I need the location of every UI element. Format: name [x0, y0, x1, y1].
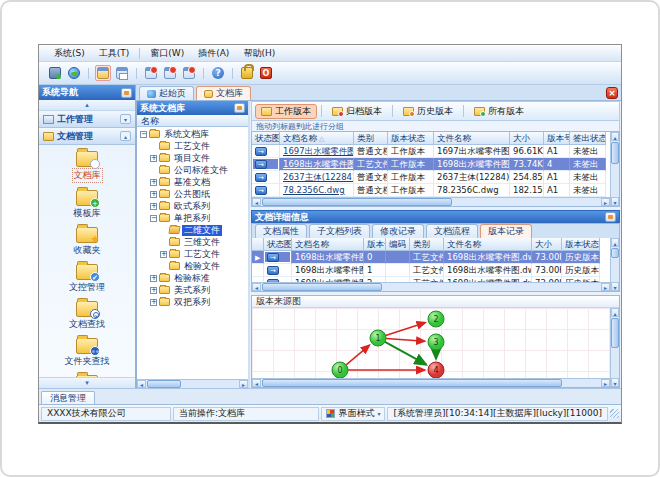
menu-item-plugins[interactable]: 插件(A) [191, 46, 236, 61]
desktop-view-button[interactable] [47, 65, 63, 81]
tree-item[interactable]: 检验文件 [137, 260, 248, 272]
tree-item[interactable]: +工艺文件 [137, 248, 248, 260]
ui-style-selector[interactable]: 界面样式 ▾ [321, 407, 385, 421]
scrollbar-thumb[interactable] [262, 198, 452, 206]
lock-button[interactable] [239, 65, 255, 81]
tree-item[interactable]: +检验标准 [137, 272, 248, 284]
grid-row[interactable]: →1697出水嘴零件图.dwg普通文档工作版本1697出水嘴零件图.dwg96.… [252, 145, 610, 158]
scroll-down-icon[interactable]: ▾ [611, 197, 619, 206]
sidebar-item-doc-control[interactable]: ✔文控管理 [69, 264, 105, 294]
scroll-right-icon[interactable]: ▸ [601, 198, 610, 206]
column-header[interactable]: 大小 [532, 238, 562, 251]
sidebar-item-favorites[interactable]: ★收藏夹 [74, 227, 101, 257]
version-graph-canvas[interactable]: 01234 ◂ ▸ [252, 308, 610, 387]
scrollbar-thumb[interactable] [611, 142, 619, 164]
document-link[interactable]: 78.2356C.dwg [280, 184, 354, 197]
scrollbar-thumb[interactable] [147, 380, 181, 388]
scrollbar-thumb[interactable] [611, 248, 619, 258]
resize-grip[interactable] [610, 409, 619, 418]
tab-doc-properties[interactable]: 文档属性 [255, 224, 307, 238]
expand-icon[interactable]: + [150, 203, 157, 210]
document-link[interactable]: 2637主体(12284).dwg [280, 171, 354, 184]
document-link[interactable]: 1697出水嘴零件图.dwg [280, 145, 354, 158]
close-all-windows-button[interactable] [162, 65, 178, 81]
all-versions-button[interactable]: 所有版本 [468, 104, 530, 119]
windows-cascade-button[interactable] [114, 65, 130, 81]
window-folder-button[interactable] [95, 65, 111, 81]
grid-row[interactable]: →2637主体(12284).dwg普通文档工作版本2637主体(12284).… [252, 171, 610, 184]
menu-item-help[interactable]: 帮助(H) [236, 46, 282, 61]
sidebar-scroll-down-button[interactable]: ▾ [39, 377, 135, 388]
exit-button[interactable]: O [258, 65, 274, 81]
tree-column-header[interactable]: 名称 [137, 115, 248, 127]
column-header[interactable]: 状态图 [252, 132, 280, 145]
tree-item[interactable]: 工艺文件 [137, 140, 248, 152]
tab-child-doc-list[interactable]: 子文档列表 [309, 224, 370, 238]
scroll-left-icon[interactable]: ◂ [252, 283, 261, 291]
column-header[interactable]: 文件名称 [434, 132, 510, 145]
sidebar-scroll-up-button[interactable]: ▴ [39, 100, 135, 111]
column-header[interactable]: 文档名称 [292, 238, 364, 251]
grid-row[interactable]: →1698出水嘴零件图.dwg工艺文件工作版本1698出水嘴零件图.dwg73.… [252, 158, 610, 171]
collapse-icon[interactable]: − [140, 131, 147, 138]
web-button[interactable] [66, 65, 82, 81]
tab-doc-library[interactable]: 文档库 [196, 86, 251, 100]
column-header[interactable]: 版本号 [544, 132, 570, 145]
column-header[interactable]: 文件名称 [444, 238, 532, 251]
scrollbar-thumb[interactable] [262, 283, 382, 291]
chevron-up-icon[interactable]: ▴ [120, 131, 131, 141]
scroll-left-icon[interactable]: ◂ [252, 198, 261, 206]
tab-doc-flow[interactable]: 文档流程 [426, 224, 478, 238]
tree-item[interactable]: +美式系列 [137, 284, 248, 296]
close-tab-icon[interactable]: × [606, 87, 618, 99]
tree-item[interactable]: +欧式系列 [137, 200, 248, 212]
tab-version-records[interactable]: 版本记录 [480, 224, 532, 238]
version-node-3[interactable]: 3 [428, 334, 444, 350]
group-by-zone[interactable]: 拖动列标题到此进行分组 [251, 120, 620, 132]
column-header[interactable]: 编码 [386, 238, 410, 251]
expand-icon[interactable]: + [150, 287, 157, 294]
help-button[interactable]: ? [210, 65, 226, 81]
scroll-left-icon[interactable]: ◂ [137, 380, 146, 388]
chevron-down-icon[interactable]: ▾ [120, 114, 131, 124]
expand-icon[interactable]: + [150, 179, 157, 186]
document-link[interactable]: 1698出水嘴零件图.dwg [280, 158, 354, 171]
column-header[interactable]: 类别 [410, 238, 444, 251]
sidebar-item-template-library[interactable]: +模板库 [74, 190, 101, 220]
column-header[interactable]: 版本号 [364, 238, 386, 251]
tree-item[interactable]: 公司标准文件 [137, 164, 248, 176]
tab-start-page[interactable]: 起始页 [139, 86, 194, 100]
working-version-button[interactable]: 工作版本 [255, 104, 317, 119]
tree-item[interactable]: +双把系列 [137, 296, 248, 308]
version-node-1[interactable]: 1 [370, 330, 386, 346]
column-header[interactable]: 类别 [354, 132, 388, 145]
graph-hscrollbar[interactable]: ◂ ▸ [252, 378, 610, 387]
tree-panel-pin-icon[interactable] [234, 103, 245, 113]
tab-message-management[interactable]: 消息管理 [41, 391, 95, 404]
sidebar-item-folder-search[interactable]: 文件夹查找 [65, 338, 110, 368]
grid-row[interactable]: →1698出水嘴零件图.dwg1工艺文件1698出水嘴零件图.dwg73.00K… [252, 264, 610, 277]
menu-item-system[interactable]: 系统(S) [47, 46, 92, 61]
scrollbar-thumb[interactable] [262, 379, 562, 387]
column-header[interactable]: 大小 [510, 132, 544, 145]
scroll-right-icon[interactable]: ▸ [601, 283, 610, 291]
tree-item[interactable]: +公共图纸 [137, 188, 248, 200]
scroll-left-icon[interactable]: ◂ [252, 379, 261, 387]
expand-icon[interactable]: + [150, 299, 157, 306]
scroll-up-icon[interactable]: ▴ [611, 238, 619, 247]
scroll-down-icon[interactable]: ▾ [611, 282, 619, 291]
column-header[interactable]: 签出状态 [570, 132, 606, 145]
tree-item[interactable]: 二维文件 [137, 224, 248, 236]
scrollbar-thumb[interactable] [611, 318, 619, 348]
version-node-2[interactable]: 2 [428, 311, 444, 327]
archived-version-button[interactable]: 归档版本 [326, 104, 388, 119]
tab-change-records[interactable]: 修改记录 [372, 224, 424, 238]
scroll-right-icon[interactable]: ▸ [239, 380, 248, 388]
window-export-button[interactable] [181, 65, 197, 81]
detail-pin-icon[interactable] [605, 212, 616, 222]
history-version-button[interactable]: 历史版本 [397, 104, 459, 119]
version-node-0[interactable]: 0 [332, 362, 348, 378]
menu-item-window[interactable]: 窗口(W) [143, 46, 191, 61]
scroll-down-icon[interactable]: ▾ [611, 378, 619, 387]
tree-horizontal-scrollbar[interactable]: ◂ ▸ [137, 379, 248, 388]
